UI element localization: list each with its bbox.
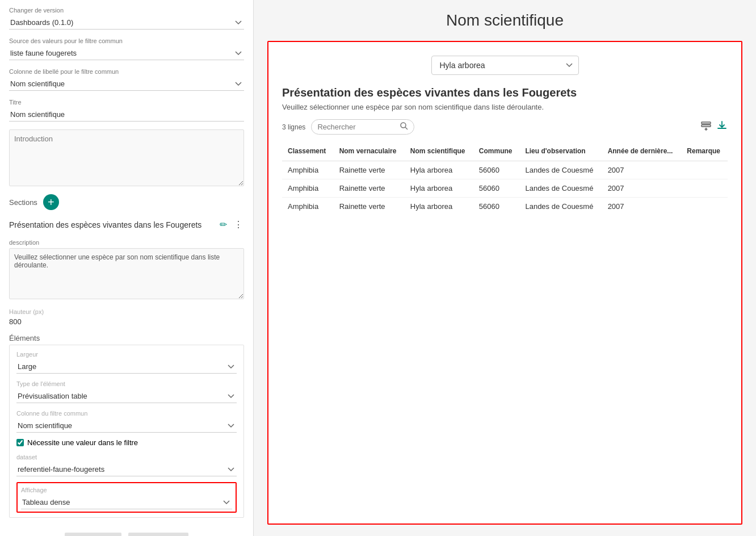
description-textarea[interactable]: Veuillez sélectionner une espèce par son… [9,248,244,299]
colonne-label: Colonne de libellé pour le filtre commun [9,68,244,75]
section-heading: Présentation des espèces vivantes dans l… [282,86,728,99]
col-lieu: Lieu d'observation [519,143,602,161]
source-select[interactable]: liste faune fougerets [9,47,244,60]
elements-label: Éléments [9,334,244,342]
add-section-button[interactable]: + [43,194,59,210]
description-field: description Veuillez sélectionner une es… [9,239,244,299]
bottom-buttons: VALIDER ANNULER [9,526,244,536]
affichage-label: Affichage [21,487,232,493]
colonne-select[interactable]: Nom scientifique [9,77,244,91]
col-nom-vernaculaire: Nom vernaculaire [334,143,405,161]
col-commune: Commune [473,143,520,161]
table-toolbar-left: 3 lignes [282,119,414,135]
sections-header: Sections + [9,194,244,210]
col-classement: Classement [282,143,334,161]
table-cell: 56060 [473,161,520,179]
table-cell: 56060 [473,179,520,198]
hauteur-field: Hauteur (px) 800 [9,307,244,326]
sections-label: Sections [9,198,37,207]
filtre-col-select[interactable]: Nom scientifique [16,419,237,433]
table-cell: Rainette verte [334,198,405,216]
search-input[interactable] [317,123,397,131]
table-cell: Landes de Couesmé [519,161,602,179]
right-panel: Nom scientifique Hyla arborea Présentati… [254,0,756,536]
element-card: Largeur Large Type de l'élément Prévisua… [9,345,244,518]
filtre-col-label: Colonne du filtre commun [16,410,237,417]
introduction-textarea[interactable] [9,129,244,186]
table-cell: Rainette verte [334,161,405,179]
table-row: AmphibiaRainette verteHyla arborea56060L… [282,161,728,179]
preview-box: Hyla arborea Présentation des espèces vi… [267,41,742,525]
largeur-select[interactable]: Large [16,360,237,374]
requires-filter-checkbox[interactable] [16,439,24,446]
table-cell: 2007 [602,198,682,216]
elements-section: Éléments Largeur Large Type de l'élément… [9,334,244,518]
table-cell: Rainette verte [334,179,405,198]
filter-row: Hyla arborea [282,56,728,75]
largeur-label: Largeur [16,351,237,358]
species-filter-select[interactable]: Hyla arborea [431,56,579,75]
table-cell: Landes de Couesmé [519,198,602,216]
table-toolbar: 3 lignes [282,119,728,135]
description-label: description [9,239,244,246]
table-row: AmphibiaRainette verteHyla arborea56060L… [282,198,728,216]
table-cell: 2007 [602,161,682,179]
annuler-button[interactable]: ANNULER [128,533,188,536]
source-label: Source des valeurs pour le filtre commun [9,37,244,44]
hauteur-label: Hauteur (px) [9,308,244,315]
table-cell: Amphibia [282,198,334,216]
titre-label: Titre [9,99,244,106]
search-box [311,119,414,135]
dataset-label: dataset [16,454,237,460]
edit-section-button[interactable]: ✏ [219,218,228,231]
table-cell: Hyla arborea [405,179,473,198]
version-select[interactable]: Dashboards (0.1.0) [9,16,244,30]
search-icon [400,122,408,132]
more-options-button[interactable]: ⋮ [233,218,244,231]
svg-point-0 [401,123,406,128]
type-label: Type de l'élément [16,380,237,387]
table-cell: Landes de Couesmé [519,179,602,198]
svg-rect-3 [702,125,711,127]
table-cell: 56060 [473,198,520,216]
table-cell: Amphibia [282,179,334,198]
table-header-row: Classement Nom vernaculaire Nom scientif… [282,143,728,161]
table-cell: Hyla arborea [405,161,473,179]
table-cell [681,179,728,198]
section-name: Présentation des espèces vivantes dans l… [9,220,214,229]
download-button[interactable] [716,120,728,134]
checkbox-row: Nécessite une valeur dans le filtre [16,438,237,447]
col-annee: Année de dernière... [602,143,682,161]
table-cell: Hyla arborea [405,198,473,216]
table-toolbar-right [700,120,728,134]
affichage-select[interactable]: Tableau dense [21,496,232,509]
row-count: 3 lignes [282,123,305,131]
table-cell: 2007 [602,179,682,198]
table-cell: Amphibia [282,161,334,179]
largeur-field: Largeur Large [16,350,237,374]
type-field: Type de l'élément Prévisualisation table [16,379,237,403]
affichage-field: Affichage Tableau dense [21,485,232,509]
left-panel: Changer de version Dashboards (0.1.0) So… [0,0,254,536]
add-row-button[interactable] [700,120,712,134]
col-remarque: Remarque [681,143,728,161]
valider-button[interactable]: VALIDER [65,533,121,536]
page-title: Nom scientifique [267,11,742,30]
hauteur-value: 800 [9,317,244,326]
type-select[interactable]: Prévisualisation table [16,390,237,403]
version-field: Changer de version Dashboards (0.1.0) [9,7,244,30]
colonne-field: Colonne de libellé pour le filtre commun… [9,68,244,91]
dataset-select[interactable]: referentiel-faune-fougerets [16,463,237,476]
titre-input[interactable] [9,108,244,122]
source-field: Source des valeurs pour le filtre commun… [9,37,244,60]
section-description: Veuillez sélectionner une espèce par son… [282,103,728,111]
svg-line-1 [405,127,408,129]
svg-rect-2 [702,122,711,124]
table-cell [681,198,728,216]
version-label: Changer de version [9,7,244,14]
col-nom-scientifique: Nom scientifique [405,143,473,161]
table-row: AmphibiaRainette verteHyla arborea56060L… [282,179,728,198]
filtre-col-field: Colonne du filtre commun Nom scientifiqu… [16,409,237,433]
introduction-field [9,129,244,186]
affichage-group: Affichage Tableau dense [16,482,237,513]
